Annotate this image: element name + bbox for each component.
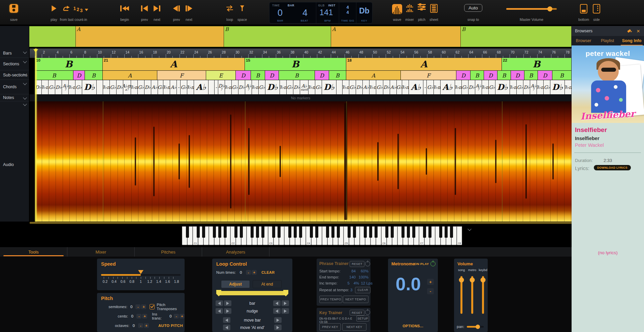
chord-cell[interactable]: D♭7: [218, 80, 225, 95]
chord-cell[interactable]: B♭m: [343, 80, 349, 95]
sidebar-item-subsections[interactable]: Sub-sections: [0, 70, 29, 80]
download-lyrics-button[interactable]: DOWNLOAD LYRICS: [594, 165, 631, 170]
song-fader-thumb[interactable]: [459, 277, 464, 283]
subsection-D[interactable]: D: [538, 71, 552, 80]
play-from-last-button[interactable]: from last: [60, 4, 73, 22]
sidebar-audio-collapse[interactable]: [0, 101, 29, 107]
bar-left-button-2[interactable]: [273, 300, 281, 306]
piano-keyboard[interactable]: C1C2C3C4C5C6C7C8: [182, 226, 462, 245]
piano-black-key[interactable]: [331, 226, 334, 238]
num-times-stepper[interactable]: -+: [246, 270, 257, 275]
phrase-reset-button[interactable]: RESET: [350, 261, 364, 267]
next-tempo-button[interactable]: NEXT TEMPO: [343, 296, 368, 303]
chord-cell[interactable]: A♭7: [62, 80, 69, 95]
chevron-down-icon[interactable]: [23, 59, 27, 63]
chord-cell[interactable]: -: [215, 80, 218, 95]
nudge-left-button[interactable]: [216, 308, 223, 314]
overview-section-A[interactable]: A: [331, 26, 461, 47]
count-in-button[interactable]: 1 2 3 count-in: [73, 4, 88, 22]
master-volume-thumb[interactable]: [547, 6, 552, 11]
bar-tick[interactable]: [83, 54, 84, 58]
move-at-end-right-button[interactable]: [274, 325, 282, 330]
bar-tick[interactable]: [152, 54, 152, 58]
bar-tick[interactable]: [248, 54, 249, 58]
time-tab[interactable]: TIME: [272, 4, 280, 7]
chord-cell[interactable]: B♭m: [280, 80, 287, 95]
chord-cell[interactable]: D♭: [383, 80, 390, 95]
chord-cell[interactable]: B♭m: [187, 80, 194, 95]
subsection-A[interactable]: A: [103, 71, 157, 80]
chord-cell[interactable]: G♭: [158, 80, 163, 95]
chord-cell[interactable]: D♭: [550, 80, 565, 95]
piano-black-key[interactable]: [450, 226, 453, 238]
key-power-icon[interactable]: [365, 310, 370, 315]
chord-cell[interactable]: G♭: [376, 80, 383, 95]
overview-section-B[interactable]: B: [461, 26, 572, 47]
bar-right-button[interactable]: [224, 300, 231, 306]
chord-cell[interactable]: B♭m: [252, 80, 259, 95]
chord-cell[interactable]: D♭: [322, 80, 336, 95]
cents-value[interactable]: 0: [128, 314, 136, 318]
piano-black-key[interactable]: [218, 226, 221, 238]
piano-black-key[interactable]: [315, 226, 318, 238]
chord-cell[interactable]: B♭m: [565, 80, 572, 95]
loop-button[interactable]: loop: [225, 4, 234, 22]
sidebar-item-chords[interactable]: Chords: [0, 80, 29, 94]
dock-side-button[interactable]: side: [593, 4, 600, 22]
chord-cell[interactable]: D♭: [495, 80, 510, 95]
metronome-plus-button[interactable]: +: [427, 279, 434, 285]
section-B[interactable]: 15B: [245, 58, 346, 70]
piano-black-key[interactable]: [256, 226, 259, 238]
chord-cell[interactable]: B♭m: [225, 80, 232, 95]
song-fader[interactable]: [460, 276, 462, 314]
subsection-F[interactable]: F: [401, 71, 456, 80]
song-overview[interactable]: BABAB: [1, 26, 572, 47]
piano-black-key[interactable]: [401, 226, 405, 238]
bar-right-button-2[interactable]: [282, 300, 289, 306]
start-tempo-value[interactable]: 84: [346, 269, 356, 273]
piano-black-key[interactable]: [337, 226, 340, 238]
piano-black-key[interactable]: [261, 226, 264, 238]
chord-cell[interactable]: A♭ma7: [123, 80, 131, 95]
piano-black-key[interactable]: [428, 226, 431, 238]
chevron-down-icon[interactable]: [23, 96, 27, 99]
pitch-transposes-checkbox[interactable]: [150, 304, 155, 309]
auto-pitch-button[interactable]: AUTO PITCH: [158, 324, 183, 328]
chord-cell[interactable]: B♭m: [163, 80, 170, 95]
subsection-B[interactable]: B: [35, 71, 73, 80]
chord-cell[interactable]: D♭: [523, 80, 530, 95]
subsection-D[interactable]: D: [73, 71, 85, 80]
subsection-D[interactable]: D: [456, 71, 471, 80]
overview-section-A[interactable]: A: [76, 26, 224, 47]
bar-tick[interactable]: [221, 54, 221, 58]
chord-cell[interactable]: B♭m: [434, 80, 441, 95]
bar-tick[interactable]: [565, 54, 565, 58]
chord-cell[interactable]: G♭: [181, 80, 187, 95]
chord-cell[interactable]: A♭: [409, 80, 423, 95]
phrase-power-icon[interactable]: [365, 261, 370, 266]
chord-cell[interactable]: G♭: [75, 80, 82, 95]
bar-tick[interactable]: [317, 54, 317, 58]
pan-thumb[interactable]: [476, 325, 480, 329]
prev-bar-button[interactable]: prev: [141, 4, 148, 22]
piano-black-key[interactable]: [186, 226, 189, 238]
tab-playlist[interactable]: Playlist: [595, 36, 619, 45]
piano-black-key[interactable]: [439, 226, 442, 238]
subsection-D[interactable]: D: [236, 71, 251, 80]
chord-cell[interactable]: B♭m: [131, 80, 138, 95]
bar-tick[interactable]: [345, 54, 345, 58]
chord-cell[interactable]: G♭: [517, 80, 523, 95]
subsection-D[interactable]: D: [265, 71, 279, 80]
piano-black-key[interactable]: [391, 226, 394, 238]
section-A[interactable]: 21A: [103, 58, 245, 70]
bar-tick[interactable]: [441, 54, 441, 58]
num-times-value[interactable]: 0: [236, 270, 246, 274]
piano-black-key[interactable]: [445, 226, 448, 238]
loop-range-slider[interactable]: [218, 291, 287, 295]
chevron-down-icon[interactable]: [23, 81, 27, 85]
tab-browser[interactable]: Browser: [572, 36, 595, 45]
chord-cell[interactable]: D♭: [55, 80, 62, 95]
chord-cell[interactable]: D♭: [82, 80, 97, 95]
sidebar-item-audio[interactable]: Audio: [0, 107, 29, 222]
metronome-minus-button[interactable]: -: [427, 288, 434, 294]
